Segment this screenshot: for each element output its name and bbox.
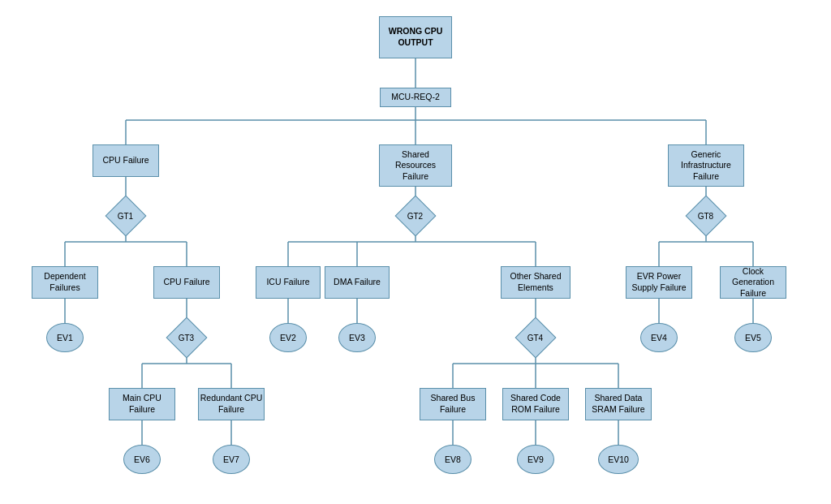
dma-failure-node: DMA Failure <box>325 266 390 299</box>
wrong-cpu-output-node: WRONG CPU OUTPUT <box>379 16 452 58</box>
mcu-req-2-node: MCU-REQ-2 <box>380 88 451 107</box>
evr-power-supply-node: EVR Power Supply Failure <box>626 266 692 299</box>
gt8-gate: GT8 <box>686 196 727 237</box>
ev4-event: EV4 <box>640 323 678 352</box>
dependent-failures-node: Dependent Failures <box>32 266 98 299</box>
ev6-event: EV6 <box>123 445 161 474</box>
gt4-gate: GT4 <box>515 317 557 359</box>
ev10-event: EV10 <box>598 445 639 474</box>
ev1-event: EV1 <box>46 323 84 352</box>
fault-tree-diagram: WRONG CPU OUTPUT MCU-REQ-2 CPU Failure S… <box>0 0 831 504</box>
shared-data-sram-failure-node: Shared Data SRAM Failure <box>585 388 652 420</box>
cpu-failure-top-node: CPU Failure <box>93 144 159 177</box>
shared-code-rom-failure-node: Shared Code ROM Failure <box>502 388 569 420</box>
ev5-event: EV5 <box>734 323 772 352</box>
shared-resources-failure-node: Shared Resources Failure <box>379 144 452 187</box>
cpu-failure-2-node: CPU Failure <box>153 266 220 299</box>
shared-bus-failure-node: Shared Bus Failure <box>420 388 486 420</box>
clock-gen-failure-node: Clock Generation Failure <box>720 266 786 299</box>
main-cpu-failure-node: Main CPU Failure <box>109 388 175 420</box>
connector-lines <box>0 0 831 504</box>
generic-infra-failure-node: Generic Infrastructure Failure <box>668 144 744 187</box>
other-shared-elements-node: Other Shared Elements <box>501 266 571 299</box>
gt1-gate: GT1 <box>105 196 147 237</box>
ev3-event: EV3 <box>338 323 376 352</box>
ev7-event: EV7 <box>213 445 250 474</box>
ev8-event: EV8 <box>434 445 471 474</box>
redundant-cpu-failure-node: Redundant CPU Failure <box>198 388 265 420</box>
icu-failure-node: ICU Failure <box>256 266 321 299</box>
gt2-gate: GT2 <box>395 196 437 237</box>
ev9-event: EV9 <box>517 445 554 474</box>
gt3-gate: GT3 <box>166 317 208 359</box>
ev2-event: EV2 <box>269 323 307 352</box>
